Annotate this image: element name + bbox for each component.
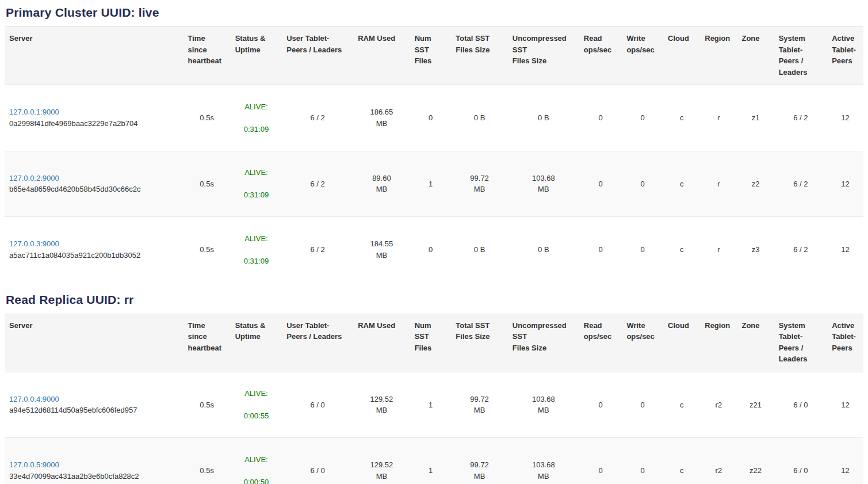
col-read-ops: Read ops/sec [579, 314, 622, 372]
server-link[interactable]: 127.0.0.5:9000 [9, 460, 59, 469]
cell-active-tablet-peers: 12 [827, 438, 863, 484]
status-uptime: 0:00:55 [235, 410, 278, 422]
col-server: Server [5, 27, 183, 85]
col-num-sst-files: Num SST Files [410, 27, 452, 85]
col-status-uptime: Status & Uptime [231, 314, 282, 372]
server-uuid: a94e512d68114d50a95ebfc606fed957 [9, 405, 179, 416]
server-link[interactable]: 127.0.0.1:9000 [9, 108, 59, 116]
cell-ram-used: 129.52 MB [353, 438, 410, 484]
cell-time-since-heartbeat: 0.5s [183, 372, 231, 438]
cell-region: r [700, 85, 737, 151]
cell-num-sst-files: 1 [410, 372, 452, 438]
status-alive: ALIVE: [235, 454, 278, 466]
cell-num-sst-files: 0 [410, 217, 452, 283]
cell-region: r2 [700, 438, 737, 484]
cell-active-tablet-peers: 12 [827, 372, 863, 438]
table-row: 127.0.0.3:9000 a5ac711c1a084035a921c200b… [5, 217, 863, 283]
cell-cloud: c [663, 217, 700, 283]
col-uncompressed-sst-size: Uncompressed SST Files Size [508, 314, 579, 372]
cell-zone: z1 [737, 85, 774, 151]
cell-zone: z3 [737, 217, 774, 283]
cell-write-ops: 0 [622, 372, 663, 438]
cell-write-ops: 0 [622, 151, 663, 217]
cell-status-uptime: ALIVE: 0:00:50 [231, 438, 282, 484]
col-ram-used: RAM Used [353, 314, 410, 372]
cell-user-tablet-peers: 6 / 0 [282, 372, 353, 438]
status-uptime: 0:31:09 [235, 189, 278, 201]
primary-cluster-table: Server Time since heartbeat Status & Upt… [5, 26, 863, 283]
status-uptime: 0:31:09 [235, 256, 278, 267]
cell-num-sst-files: 0 [410, 85, 452, 151]
cell-zone: z21 [737, 372, 774, 438]
col-num-sst-files: Num SST Files [410, 314, 452, 372]
cell-write-ops: 0 [622, 438, 663, 484]
col-zone: Zone [737, 314, 774, 372]
cell-time-since-heartbeat: 0.5s [183, 85, 231, 151]
cell-region: r [700, 151, 737, 217]
cell-server: 127.0.0.5:9000 33e4d70099ac431aa2b3e6b0c… [5, 438, 183, 484]
col-zone: Zone [737, 27, 774, 85]
status-uptime: 0:00:50 [235, 477, 278, 484]
col-active-tablet-peers: Active Tablet-Peers [827, 314, 863, 372]
cell-zone: z22 [737, 438, 774, 484]
cell-system-tablet-peers: 6 / 2 [774, 85, 828, 151]
cell-status-uptime: ALIVE: 0:31:09 [231, 217, 282, 283]
cell-uncompressed-sst-size: 0 B [508, 217, 579, 283]
server-link[interactable]: 127.0.0.4:9000 [9, 395, 59, 403]
table-row: 127.0.0.4:9000 a94e512d68114d50a95ebfc60… [5, 372, 863, 438]
cell-cloud: c [663, 85, 700, 151]
server-link[interactable]: 127.0.0.2:9000 [9, 174, 59, 182]
col-write-ops: Write ops/sec [622, 27, 663, 85]
cell-server: 127.0.0.1:9000 0a2998f41dfe4969baac3229e… [5, 85, 183, 151]
cell-user-tablet-peers: 6 / 2 [282, 217, 353, 283]
col-cloud: Cloud [663, 27, 700, 85]
cell-status-uptime: ALIVE: 0:31:09 [231, 85, 282, 151]
cell-zone: z2 [737, 151, 774, 217]
read-replica-table: Server Time since heartbeat Status & Upt… [5, 314, 863, 484]
cell-ram-used: 186.65 MB [353, 85, 410, 151]
cell-ram-used: 89.60 MB [353, 151, 410, 217]
cell-total-sst-size: 99.72 MB [451, 372, 508, 438]
table-row: 127.0.0.2:9000 b65e4a8659cd4620b58b45dd3… [5, 151, 863, 217]
cell-write-ops: 0 [622, 217, 663, 283]
col-user-tablet-peers: User Tablet-Peers / Leaders [282, 27, 353, 85]
col-region: Region [700, 314, 737, 372]
cell-uncompressed-sst-size: 103.68 MB [508, 151, 579, 217]
cell-system-tablet-peers: 6 / 2 [774, 151, 828, 217]
cell-active-tablet-peers: 12 [827, 85, 863, 151]
cell-system-tablet-peers: 6 / 0 [774, 438, 828, 484]
col-total-sst-size: Total SST Files Size [451, 314, 508, 372]
col-time-since-heartbeat: Time since heartbeat [183, 314, 231, 372]
cell-time-since-heartbeat: 0.5s [183, 151, 231, 217]
col-user-tablet-peers: User Tablet-Peers / Leaders [282, 314, 353, 372]
cell-cloud: c [663, 438, 700, 484]
col-ram-used: RAM Used [353, 27, 410, 85]
cell-uncompressed-sst-size: 0 B [508, 85, 579, 151]
cell-cloud: c [663, 151, 700, 217]
status-alive: ALIVE: [235, 101, 278, 113]
cell-region: r [700, 217, 737, 283]
table-header-row: Server Time since heartbeat Status & Upt… [5, 27, 863, 85]
server-link[interactable]: 127.0.0.3:9000 [9, 239, 59, 248]
cell-read-ops: 0 [579, 217, 622, 283]
cell-user-tablet-peers: 6 / 2 [282, 85, 353, 151]
col-system-tablet-peers: System Tablet-Peers / Leaders [774, 27, 828, 85]
col-read-ops: Read ops/sec [579, 27, 622, 85]
cell-system-tablet-peers: 6 / 0 [774, 372, 828, 438]
cell-status-uptime: ALIVE: 0:00:55 [231, 372, 282, 438]
col-status-uptime: Status & Uptime [231, 27, 282, 85]
cell-total-sst-size: 0 B [451, 85, 508, 151]
status-uptime: 0:31:09 [235, 124, 278, 135]
read-replica-title: Read Replica UUID: rr [6, 293, 863, 307]
primary-cluster-title: Primary Cluster UUID: live [6, 6, 863, 20]
cell-total-sst-size: 99.72 MB [451, 438, 508, 484]
cell-server: 127.0.0.3:9000 a5ac711c1a084035a921c200b… [5, 217, 183, 283]
col-cloud: Cloud [663, 314, 700, 372]
table-row: 127.0.0.1:9000 0a2998f41dfe4969baac3229e… [5, 85, 863, 151]
col-time-since-heartbeat: Time since heartbeat [183, 27, 231, 85]
cell-system-tablet-peers: 6 / 2 [774, 217, 828, 283]
col-write-ops: Write ops/sec [622, 314, 663, 372]
cell-read-ops: 0 [579, 372, 622, 438]
cell-total-sst-size: 99.72 MB [451, 151, 508, 217]
col-system-tablet-peers: System Tablet-Peers / Leaders [774, 314, 828, 372]
